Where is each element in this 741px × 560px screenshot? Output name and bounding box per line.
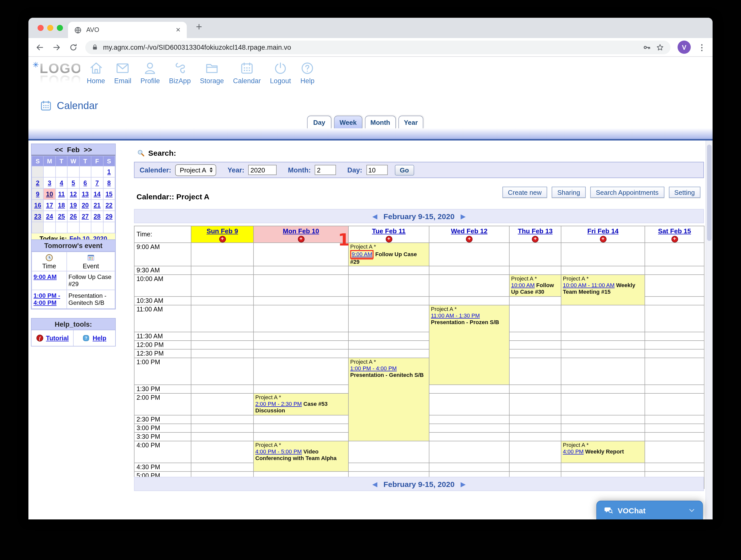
mini-cal-day-link[interactable]: 25: [58, 213, 65, 220]
empty-slot[interactable]: [429, 243, 509, 266]
empty-slot[interactable]: [254, 341, 348, 349]
prev-month-link[interactable]: <<: [55, 145, 63, 153]
mini-cal-day-link[interactable]: 16: [34, 202, 41, 209]
event-time-link[interactable]: 4:00 PM - 5:00 PM: [255, 449, 302, 455]
empty-slot[interactable]: [509, 297, 561, 305]
empty-slot[interactable]: [509, 305, 561, 332]
mini-cal-day-link[interactable]: 17: [46, 202, 53, 209]
nav-item-logout[interactable]: Logout: [265, 61, 296, 85]
mini-cal-day[interactable]: 6: [79, 177, 91, 188]
tab-week[interactable]: Week: [334, 116, 362, 128]
tutorial-link[interactable]: Tutorial: [46, 334, 69, 342]
mini-cal-day[interactable]: 10: [44, 188, 56, 199]
mini-cal-day-link[interactable]: 14: [94, 190, 101, 197]
mini-cal-day[interactable]: 1: [103, 166, 115, 177]
empty-slot[interactable]: [254, 305, 348, 332]
add-event-icon[interactable]: +: [671, 236, 678, 242]
empty-slot[interactable]: [645, 358, 704, 385]
mini-cal-day[interactable]: 12: [68, 188, 79, 199]
empty-slot[interactable]: [191, 332, 254, 341]
mini-cal-day[interactable]: 27: [79, 211, 91, 222]
empty-slot[interactable]: [191, 275, 254, 297]
add-event-icon[interactable]: +: [219, 236, 225, 242]
mini-cal-day[interactable]: 18: [56, 199, 68, 211]
empty-slot[interactable]: [561, 424, 645, 432]
event-time-link[interactable]: 10:00 AM: [511, 282, 535, 288]
empty-slot[interactable]: [561, 385, 645, 393]
empty-slot[interactable]: [429, 385, 509, 393]
sharing-button[interactable]: Sharing: [552, 187, 586, 198]
empty-slot[interactable]: [561, 305, 645, 332]
empty-slot[interactable]: [645, 393, 704, 415]
mini-cal-day[interactable]: 14: [91, 188, 103, 199]
empty-slot[interactable]: [645, 441, 704, 463]
empty-slot[interactable]: [191, 441, 254, 463]
mini-cal-day-link[interactable]: 7: [95, 179, 99, 186]
mini-cal-day[interactable]: 4: [56, 177, 68, 188]
mini-cal-day-link[interactable]: 5: [72, 179, 75, 186]
mini-cal-day-link[interactable]: 20: [82, 202, 89, 209]
mini-cal-day[interactable]: 2: [32, 177, 44, 188]
mini-cal-day[interactable]: 28: [91, 211, 103, 222]
page-scrollbar[interactable]: [705, 141, 713, 519]
empty-slot[interactable]: [254, 415, 348, 424]
empty-slot[interactable]: [254, 358, 348, 385]
empty-slot[interactable]: [429, 393, 509, 415]
empty-slot[interactable]: [348, 297, 429, 305]
empty-slot[interactable]: [254, 424, 348, 432]
empty-slot[interactable]: [348, 266, 429, 275]
empty-slot[interactable]: [645, 266, 704, 275]
prev-week-icon[interactable]: ◀: [372, 480, 377, 488]
empty-slot[interactable]: [645, 341, 704, 349]
empty-slot[interactable]: [561, 432, 645, 441]
empty-slot[interactable]: [429, 275, 509, 297]
mini-cal-day-link[interactable]: 27: [82, 213, 89, 220]
empty-slot[interactable]: [254, 349, 348, 358]
empty-slot[interactable]: [645, 349, 704, 358]
calendar-select[interactable]: Project A: [175, 164, 216, 176]
prev-week-icon[interactable]: ◀: [372, 212, 377, 220]
tab-day[interactable]: Day: [307, 116, 331, 128]
bookmark-star-icon[interactable]: [656, 43, 664, 52]
mini-cal-day[interactable]: 7: [91, 177, 103, 188]
setting-button[interactable]: Setting: [669, 187, 700, 198]
mini-cal-day[interactable]: 16: [32, 199, 44, 211]
empty-slot[interactable]: [561, 332, 645, 341]
mini-cal-day[interactable]: 5: [68, 177, 79, 188]
create-new-button[interactable]: Create new: [502, 187, 547, 198]
next-month-link[interactable]: >>: [84, 145, 92, 153]
empty-slot[interactable]: [191, 266, 254, 275]
empty-slot[interactable]: [254, 385, 348, 393]
add-event-icon[interactable]: +: [466, 236, 473, 242]
mini-cal-day-link[interactable]: 26: [70, 213, 77, 220]
mini-cal-day-link[interactable]: 11: [58, 190, 65, 197]
new-tab-button[interactable]: +: [196, 21, 202, 33]
reload-icon[interactable]: [69, 43, 78, 52]
mini-cal-day-link[interactable]: 6: [83, 179, 87, 186]
empty-slot[interactable]: [509, 424, 561, 432]
empty-slot[interactable]: [191, 415, 254, 424]
vochat-button[interactable]: VOChat: [596, 501, 703, 519]
mini-cal-day-link[interactable]: 9: [36, 190, 39, 197]
empty-slot[interactable]: [645, 275, 704, 297]
nav-item-calendar[interactable]: Calendar: [228, 61, 265, 85]
minimize-window-button[interactable]: [47, 25, 53, 31]
mini-cal-day[interactable]: 26: [68, 211, 79, 222]
empty-slot[interactable]: [509, 349, 561, 358]
mini-cal-day-link[interactable]: 10: [46, 190, 53, 197]
event-cell[interactable]: Project A *11:00 AM - 1:30 PM Presentati…: [429, 305, 509, 385]
empty-slot[interactable]: [645, 305, 704, 332]
mini-cal-day[interactable]: 22: [103, 199, 115, 211]
empty-slot[interactable]: [191, 341, 254, 349]
empty-slot[interactable]: [348, 332, 429, 341]
event-cell[interactable]: Project A *2:00 PM - 2:30 PM Case #53 Di…: [254, 393, 348, 415]
empty-slot[interactable]: [429, 266, 509, 275]
empty-slot[interactable]: [561, 266, 645, 275]
empty-slot[interactable]: [348, 305, 429, 332]
day-header-link[interactable]: Sat Feb 15: [658, 227, 691, 235]
event-cell[interactable]: Project A *4:00 PM Weekly Report: [561, 441, 645, 463]
mini-cal-day[interactable]: 9: [32, 188, 44, 199]
empty-slot[interactable]: [645, 385, 704, 393]
day-header-link[interactable]: Sun Feb 9: [207, 227, 238, 235]
empty-slot[interactable]: [254, 432, 348, 441]
